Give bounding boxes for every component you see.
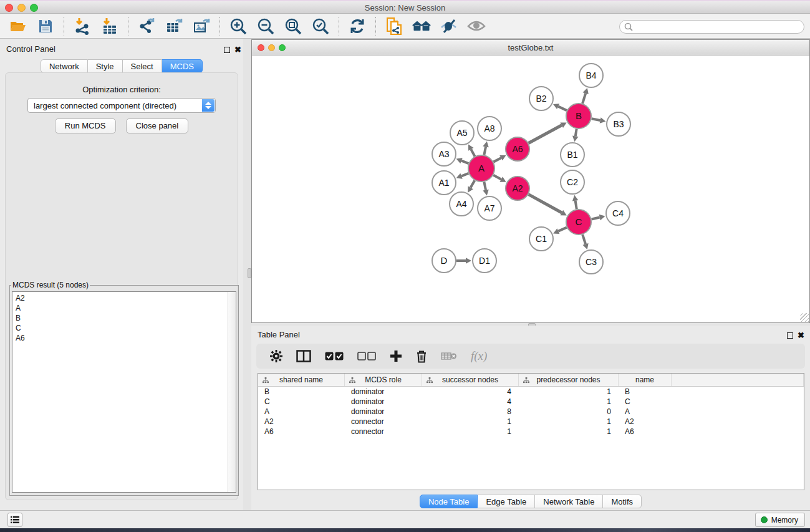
mcds-result-item[interactable]: A6 bbox=[12, 333, 228, 343]
mcds-result-item[interactable]: C bbox=[12, 323, 228, 333]
node-A8[interactable]: A8 bbox=[478, 117, 501, 140]
delete-table-icon[interactable] bbox=[441, 351, 457, 361]
open-session-icon[interactable] bbox=[9, 17, 27, 36]
hide-selected-icon[interactable] bbox=[440, 17, 458, 36]
table-cell-name[interactable]: A2 bbox=[619, 417, 672, 427]
edge-C-C2[interactable] bbox=[572, 195, 578, 210]
optimization-criterion-select[interactable]: largest connected component (directed) bbox=[27, 98, 216, 113]
apply-layout-refresh-icon[interactable] bbox=[348, 17, 367, 36]
table-row[interactable]: A2connector11A2 bbox=[258, 417, 804, 427]
export-network-icon[interactable] bbox=[137, 17, 156, 36]
window-resize-grip[interactable] bbox=[800, 313, 809, 322]
tab-edge-table[interactable]: Edge Table bbox=[478, 495, 535, 508]
table-cell-name[interactable]: B bbox=[619, 387, 672, 397]
network-graph[interactable]: AA1A2A3A4A5A6A7A8BB1B2B3B4CC1C2C3C4DD1 bbox=[253, 56, 810, 323]
network-canvas[interactable]: AA1A2A3A4A5A6A7A8BB1B2B3B4CC1C2C3C4DD1 bbox=[253, 56, 809, 322]
tab-network[interactable]: Network bbox=[41, 59, 88, 73]
select-all-checkboxes-icon[interactable] bbox=[325, 352, 344, 360]
table-cell-predecessor-nodes[interactable]: 0 bbox=[519, 407, 619, 417]
edge-A-A7[interactable] bbox=[483, 182, 488, 196]
table-cell-name[interactable]: A6 bbox=[619, 427, 672, 437]
table-cell-shared-name[interactable]: B bbox=[258, 387, 345, 397]
tab-network-table[interactable]: Network Table bbox=[535, 495, 603, 508]
table-row[interactable]: A6connector11A6 bbox=[258, 427, 804, 437]
edge-B-B1[interactable] bbox=[572, 129, 578, 142]
close-panel-button[interactable]: Close panel bbox=[126, 118, 189, 133]
clone-network-icon[interactable] bbox=[385, 17, 403, 36]
node-B[interactable]: B bbox=[566, 104, 591, 128]
node-A5[interactable]: A5 bbox=[450, 121, 474, 145]
close-table-panel-icon[interactable]: ✖ bbox=[798, 331, 804, 340]
task-history-button[interactable] bbox=[7, 513, 22, 527]
edge-A2-C[interactable] bbox=[529, 195, 567, 216]
node-B4[interactable]: B4 bbox=[579, 64, 603, 87]
delete-column-icon[interactable] bbox=[416, 350, 427, 363]
tab-select[interactable]: Select bbox=[123, 59, 162, 73]
node-D1[interactable]: D1 bbox=[473, 249, 496, 273]
edge-A-A3[interactable] bbox=[456, 158, 469, 163]
node-B1[interactable]: B1 bbox=[561, 143, 584, 167]
table-cell-shared-name[interactable]: A6 bbox=[258, 427, 345, 437]
tab-node-table[interactable]: Node Table bbox=[420, 495, 478, 508]
table-cell-name[interactable]: A bbox=[619, 407, 672, 417]
edge-A-A2[interactable] bbox=[493, 175, 506, 182]
table-cell-predecessor-nodes[interactable]: 1 bbox=[519, 397, 619, 407]
float-panel-icon[interactable] bbox=[224, 47, 230, 53]
export-table-icon[interactable] bbox=[165, 17, 183, 36]
table-cell-mcds-role[interactable]: dominator bbox=[345, 407, 422, 417]
table-cell-shared-name[interactable]: A2 bbox=[258, 417, 345, 427]
edge-C-C4[interactable] bbox=[591, 215, 605, 220]
edge-B-B2[interactable] bbox=[553, 104, 567, 110]
show-hidden-icon[interactable] bbox=[467, 17, 486, 36]
node-C1[interactable]: C1 bbox=[529, 227, 553, 251]
float-table-panel-icon[interactable] bbox=[787, 332, 793, 339]
table-cell-predecessor-nodes[interactable]: 1 bbox=[519, 427, 619, 437]
memory-button[interactable]: Memory bbox=[755, 513, 805, 527]
column-header-mcds-role[interactable]: MCDS role bbox=[345, 374, 422, 386]
node-A[interactable]: A bbox=[468, 155, 494, 181]
node-C[interactable]: C bbox=[566, 210, 591, 235]
table-cell-mcds-role[interactable]: dominator bbox=[345, 387, 422, 397]
node-D[interactable]: D bbox=[432, 249, 456, 273]
table-row[interactable]: Adominator80A bbox=[258, 407, 804, 417]
table-row[interactable]: Cdominator41C bbox=[258, 397, 804, 407]
table-cell-mcds-role[interactable]: connector bbox=[345, 417, 422, 427]
export-image-icon[interactable] bbox=[192, 17, 211, 36]
edge-D-D1[interactable] bbox=[456, 258, 471, 264]
mcds-result-item[interactable]: B bbox=[12, 313, 228, 323]
home-networks-icon[interactable] bbox=[412, 17, 431, 36]
import-network-icon[interactable] bbox=[73, 17, 92, 36]
table-cell-successor-nodes[interactable]: 4 bbox=[422, 397, 519, 407]
table-cell-shared-name[interactable]: A bbox=[258, 407, 345, 417]
node-C2[interactable]: C2 bbox=[561, 170, 584, 194]
network-window-titlebar[interactable]: testGlobe.txt bbox=[252, 40, 809, 56]
mcds-result-item[interactable]: A bbox=[12, 303, 228, 313]
tab-motifs[interactable]: Motifs bbox=[603, 495, 642, 508]
column-header-predecessor-nodes[interactable]: predecessor nodes bbox=[519, 374, 619, 386]
node-C3[interactable]: C3 bbox=[579, 250, 603, 274]
table-options-gear-icon[interactable] bbox=[270, 350, 282, 362]
column-header-successor-nodes[interactable]: successor nodes bbox=[422, 374, 519, 386]
function-builder-button[interactable]: f(x) bbox=[471, 349, 487, 363]
vertical-splitter-handle[interactable] bbox=[248, 268, 251, 278]
node-A2[interactable]: A2 bbox=[506, 177, 529, 200]
table-cell-shared-name[interactable]: C bbox=[258, 397, 345, 407]
table-cell-predecessor-nodes[interactable]: 1 bbox=[519, 417, 619, 427]
zoom-fit-icon[interactable] bbox=[284, 17, 302, 36]
run-mcds-button[interactable]: Run MCDS bbox=[55, 118, 116, 133]
column-header-name[interactable]: name bbox=[619, 374, 672, 386]
table-row[interactable]: Bdominator41B bbox=[258, 387, 804, 397]
tab-style[interactable]: Style bbox=[88, 59, 123, 73]
edge-B-B4[interactable] bbox=[582, 88, 589, 104]
close-panel-icon[interactable]: ✖ bbox=[234, 45, 241, 54]
table-cell-mcds-role[interactable]: dominator bbox=[345, 397, 422, 407]
edge-A6-B[interactable] bbox=[529, 122, 567, 143]
tab-mcds[interactable]: MCDS bbox=[162, 59, 203, 73]
import-table-icon[interactable] bbox=[100, 17, 119, 36]
edge-A-A8[interactable] bbox=[483, 142, 488, 155]
table-cell-successor-nodes[interactable]: 4 bbox=[422, 387, 519, 397]
table-cell-successor-nodes[interactable]: 1 bbox=[422, 417, 519, 427]
search-input[interactable] bbox=[619, 20, 804, 34]
mcds-list-scrollbar[interactable] bbox=[228, 292, 236, 492]
node-A1[interactable]: A1 bbox=[432, 171, 456, 195]
